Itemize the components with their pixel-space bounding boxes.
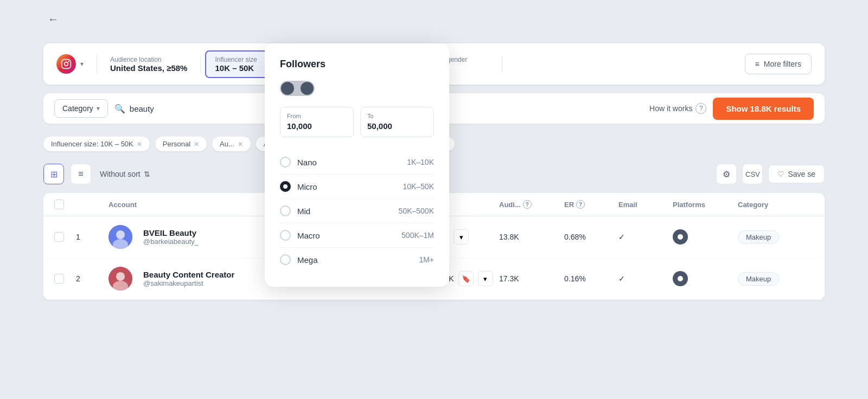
row1-email: ✓ xyxy=(618,233,673,241)
account-name: Beauty Content Creator xyxy=(143,270,234,279)
filter-tag-personal[interactable]: Personal ✕ xyxy=(155,137,207,151)
er-help-icon[interactable]: ? xyxy=(576,200,585,209)
category-label: Category xyxy=(62,104,93,113)
category-button[interactable]: Category ▾ xyxy=(54,99,108,118)
row2-email: ✓ xyxy=(618,274,673,283)
radio-macro xyxy=(280,230,291,241)
mid-range: 50K–500K xyxy=(399,207,434,215)
from-field: From xyxy=(280,107,354,137)
list-icon: ≡ xyxy=(78,169,83,179)
sort-arrows-icon: ⇅ xyxy=(144,170,150,178)
th-er[interactable]: ER ? xyxy=(564,200,618,209)
more-filters-label: More filters xyxy=(764,60,801,68)
th-checkbox xyxy=(54,200,76,209)
follower-options: Nano 1K–10K Micro 10K–50K Mid 50K–500K M… xyxy=(280,150,434,272)
how-it-works-label: How it works xyxy=(649,104,692,113)
row1-checkbox[interactable] xyxy=(54,232,64,242)
radio-mega xyxy=(280,254,291,265)
row2-audi: 17.3K xyxy=(499,274,564,283)
range-inputs: From To xyxy=(280,107,434,137)
dropdown-button[interactable]: ▾ xyxy=(478,271,493,286)
account-name: BVEIL Beauty xyxy=(143,228,199,237)
grid-view-button[interactable]: ⊞ xyxy=(43,164,64,184)
th-email: Email xyxy=(618,200,673,209)
option-macro[interactable]: Macro 500K–1M xyxy=(280,223,434,247)
toggle-knob-left xyxy=(281,82,294,95)
mega-label: Mega xyxy=(297,255,419,265)
row1-category: Makeup xyxy=(738,230,814,244)
row1-audi: 13.8K xyxy=(499,233,564,241)
settings-icon: ⚙ xyxy=(723,169,730,179)
row1-platforms xyxy=(673,229,738,244)
to-input[interactable] xyxy=(367,121,427,131)
radio-nano xyxy=(280,157,291,168)
bookmark-button[interactable]: 🔖 xyxy=(458,271,474,286)
help-circle-icon: ? xyxy=(695,103,706,114)
heart-icon: ♡ xyxy=(777,170,784,178)
show-results-button[interactable]: Show 18.8K results xyxy=(713,98,814,120)
filter-tag-size[interactable]: Influencer size: 10K – 50K ✕ xyxy=(43,137,150,151)
from-input[interactable] xyxy=(287,121,347,131)
range-toggle[interactable] xyxy=(280,81,315,96)
th-audi[interactable]: Audi... ? xyxy=(499,200,564,209)
remove-au-filter[interactable]: ✕ xyxy=(238,140,243,148)
remove-personal-filter[interactable]: ✕ xyxy=(194,140,199,148)
option-micro[interactable]: Micro 10K–50K xyxy=(280,174,434,198)
sort-button[interactable]: Without sort ⇅ xyxy=(98,165,152,183)
csv-button[interactable]: CSV xyxy=(742,164,763,184)
audi-help-icon[interactable]: ? xyxy=(523,200,532,209)
row1-er: 0.68% xyxy=(564,233,618,241)
svg-point-4 xyxy=(116,230,125,239)
audience-location-value: United States, ≥58% xyxy=(110,63,187,73)
option-mid[interactable]: Mid 50K–500K xyxy=(280,198,434,223)
svg-point-1 xyxy=(65,62,68,66)
radio-micro xyxy=(280,181,291,192)
option-nano[interactable]: Nano 1K–10K xyxy=(280,150,434,174)
toggle-knob-right xyxy=(301,82,314,95)
svg-rect-0 xyxy=(62,60,71,69)
mega-range: 1M+ xyxy=(419,255,434,264)
audience-location-label: Audience location xyxy=(110,56,187,63)
save-button[interactable]: ♡ Save se xyxy=(768,165,825,183)
account-handle: @sakimakeupartist xyxy=(143,279,234,287)
svg-point-2 xyxy=(68,61,69,62)
account-handle: @barkeiabeauty_ xyxy=(143,237,199,246)
to-label: To xyxy=(367,113,427,119)
th-platforms: Platforms xyxy=(673,200,738,209)
settings-button[interactable]: ⚙ xyxy=(716,164,737,184)
platform-icon-badge xyxy=(673,271,688,286)
search-icon: 🔍 xyxy=(114,104,125,114)
header-checkbox[interactable] xyxy=(54,200,64,209)
toolbar-right: ⚙ CSV ♡ Save se xyxy=(716,164,825,184)
mid-label: Mid xyxy=(297,207,399,216)
th-category: Category xyxy=(738,200,814,209)
macro-label: Macro xyxy=(297,231,401,240)
save-label: Save se xyxy=(788,170,815,178)
list-view-button[interactable]: ≡ xyxy=(71,164,91,184)
micro-range: 10K–50K xyxy=(403,182,434,191)
account-info: BVEIL Beauty @barkeiabeauty_ xyxy=(139,228,199,246)
macro-range: 500K–1M xyxy=(401,231,434,240)
back-button[interactable]: ← xyxy=(43,9,63,30)
platform-icon-badge xyxy=(673,229,688,244)
avatar xyxy=(108,267,132,291)
row2-checkbox[interactable] xyxy=(54,274,64,284)
svg-point-7 xyxy=(116,272,125,281)
filter-tag-au[interactable]: Au... ✕ xyxy=(212,137,251,151)
remove-size-filter[interactable]: ✕ xyxy=(137,140,142,148)
nano-label: Nano xyxy=(297,158,407,167)
popup-title: Followers xyxy=(280,59,434,70)
avatar xyxy=(108,225,132,249)
platform-icon xyxy=(56,54,76,74)
more-filters-button[interactable]: ≡ More filters xyxy=(745,54,812,74)
platform-selector[interactable]: ▾ xyxy=(56,54,97,74)
option-mega[interactable]: Mega 1M+ xyxy=(280,247,434,272)
row2-platforms xyxy=(673,271,738,286)
how-it-works[interactable]: How it works ? xyxy=(649,103,706,114)
from-label: From xyxy=(287,113,347,119)
dropdown-button[interactable]: ▾ xyxy=(454,229,469,244)
csv-icon: CSV xyxy=(745,170,760,178)
followers-popup: Followers From To Nano 1K–10K Micro 10K–… xyxy=(265,43,449,287)
audience-location-filter[interactable]: Audience location United States, ≥58% xyxy=(97,56,201,73)
category-chevron-icon: ▾ xyxy=(97,105,100,112)
